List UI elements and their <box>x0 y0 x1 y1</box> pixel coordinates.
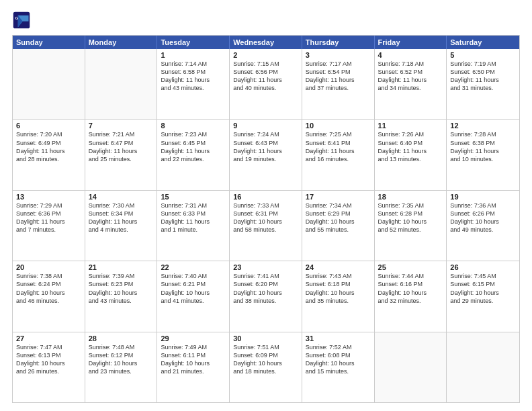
day-number: 9 <box>233 122 298 130</box>
calendar-cell: 14Sunrise: 7:30 AM Sunset: 6:34 PM Dayli… <box>85 191 158 261</box>
calendar-row-4: 27Sunrise: 7:47 AM Sunset: 6:13 PM Dayli… <box>13 332 519 402</box>
calendar-cell: 11Sunrise: 7:26 AM Sunset: 6:40 PM Dayli… <box>375 120 447 189</box>
day-info: Sunrise: 7:25 AM Sunset: 6:41 PM Dayligh… <box>306 130 371 163</box>
calendar-cell: 24Sunrise: 7:43 AM Sunset: 6:18 PM Dayli… <box>302 261 375 331</box>
calendar-cell: 21Sunrise: 7:39 AM Sunset: 6:23 PM Dayli… <box>85 261 158 331</box>
day-number: 13 <box>16 193 81 201</box>
day-number: 5 <box>450 51 516 59</box>
day-number: 2 <box>233 51 298 59</box>
day-number: 29 <box>161 334 226 342</box>
day-info: Sunrise: 7:40 AM Sunset: 6:21 PM Dayligh… <box>161 272 226 305</box>
day-info: Sunrise: 7:43 AM Sunset: 6:18 PM Dayligh… <box>306 272 371 305</box>
day-info: Sunrise: 7:49 AM Sunset: 6:11 PM Dayligh… <box>161 343 226 376</box>
calendar-cell: 25Sunrise: 7:44 AM Sunset: 6:16 PM Dayli… <box>375 261 447 331</box>
calendar-cell <box>447 332 519 402</box>
day-info: Sunrise: 7:14 AM Sunset: 6:58 PM Dayligh… <box>161 60 226 93</box>
calendar-cell: 2Sunrise: 7:15 AM Sunset: 6:56 PM Daylig… <box>230 49 302 119</box>
day-number: 22 <box>161 263 226 271</box>
calendar-body: 1Sunrise: 7:14 AM Sunset: 6:58 PM Daylig… <box>13 49 519 402</box>
calendar-cell: 1Sunrise: 7:14 AM Sunset: 6:58 PM Daylig… <box>157 49 230 119</box>
day-number: 10 <box>306 122 371 130</box>
day-number: 15 <box>161 193 226 201</box>
calendar-cell: 13Sunrise: 7:29 AM Sunset: 6:36 PM Dayli… <box>13 191 85 261</box>
header-day-friday: Friday <box>375 36 447 49</box>
day-info: Sunrise: 7:19 AM Sunset: 6:50 PM Dayligh… <box>450 60 516 93</box>
logo-icon: G <box>12 11 31 30</box>
day-number: 18 <box>378 193 443 201</box>
calendar-cell: 26Sunrise: 7:45 AM Sunset: 6:15 PM Dayli… <box>447 261 519 331</box>
calendar-cell: 17Sunrise: 7:34 AM Sunset: 6:29 PM Dayli… <box>302 191 375 261</box>
day-info: Sunrise: 7:44 AM Sunset: 6:16 PM Dayligh… <box>378 272 443 305</box>
day-number: 14 <box>89 193 154 201</box>
calendar-header: SundayMondayTuesdayWednesdayThursdayFrid… <box>13 36 519 49</box>
calendar-cell: 31Sunrise: 7:52 AM Sunset: 6:08 PM Dayli… <box>302 332 375 402</box>
day-info: Sunrise: 7:30 AM Sunset: 6:34 PM Dayligh… <box>89 201 154 234</box>
calendar-cell: 30Sunrise: 7:51 AM Sunset: 6:09 PM Dayli… <box>230 332 302 402</box>
day-info: Sunrise: 7:15 AM Sunset: 6:56 PM Dayligh… <box>233 60 298 93</box>
day-info: Sunrise: 7:41 AM Sunset: 6:20 PM Dayligh… <box>233 272 298 305</box>
day-info: Sunrise: 7:18 AM Sunset: 6:52 PM Dayligh… <box>378 60 443 93</box>
day-info: Sunrise: 7:17 AM Sunset: 6:54 PM Dayligh… <box>306 60 371 93</box>
day-number: 3 <box>306 51 371 59</box>
day-info: Sunrise: 7:52 AM Sunset: 6:08 PM Dayligh… <box>306 343 371 376</box>
calendar-cell: 22Sunrise: 7:40 AM Sunset: 6:21 PM Dayli… <box>157 261 230 331</box>
day-number: 1 <box>161 51 226 59</box>
day-number: 31 <box>306 334 371 342</box>
header-day-saturday: Saturday <box>447 36 519 49</box>
day-number: 23 <box>233 263 298 271</box>
day-number: 21 <box>89 263 154 271</box>
calendar-cell <box>85 49 158 119</box>
day-info: Sunrise: 7:35 AM Sunset: 6:28 PM Dayligh… <box>378 201 443 234</box>
day-info: Sunrise: 7:31 AM Sunset: 6:33 PM Dayligh… <box>161 201 226 234</box>
day-number: 30 <box>233 334 298 342</box>
day-info: Sunrise: 7:36 AM Sunset: 6:26 PM Dayligh… <box>450 201 516 234</box>
day-number: 6 <box>16 122 81 130</box>
calendar-row-1: 6Sunrise: 7:20 AM Sunset: 6:49 PM Daylig… <box>13 119 519 189</box>
page: G SundayMondayTuesdayWednesdayThursdayFr… <box>0 0 532 411</box>
day-number: 11 <box>378 122 443 130</box>
day-number: 17 <box>306 193 371 201</box>
calendar-cell: 5Sunrise: 7:19 AM Sunset: 6:50 PM Daylig… <box>447 49 519 119</box>
calendar-cell: 29Sunrise: 7:49 AM Sunset: 6:11 PM Dayli… <box>157 332 230 402</box>
calendar-cell: 6Sunrise: 7:20 AM Sunset: 6:49 PM Daylig… <box>13 120 85 189</box>
day-info: Sunrise: 7:28 AM Sunset: 6:38 PM Dayligh… <box>450 130 516 163</box>
calendar-row-3: 20Sunrise: 7:38 AM Sunset: 6:24 PM Dayli… <box>13 261 519 331</box>
day-info: Sunrise: 7:47 AM Sunset: 6:13 PM Dayligh… <box>16 343 81 376</box>
day-number: 12 <box>450 122 516 130</box>
day-info: Sunrise: 7:51 AM Sunset: 6:09 PM Dayligh… <box>233 343 298 376</box>
header-day-wednesday: Wednesday <box>230 36 302 49</box>
calendar-cell: 16Sunrise: 7:33 AM Sunset: 6:31 PM Dayli… <box>230 191 302 261</box>
day-number: 27 <box>16 334 81 342</box>
day-number: 8 <box>161 122 226 130</box>
day-number: 25 <box>378 263 443 271</box>
calendar-cell <box>375 332 447 402</box>
day-info: Sunrise: 7:21 AM Sunset: 6:47 PM Dayligh… <box>89 130 154 163</box>
svg-text:G: G <box>15 15 18 20</box>
day-info: Sunrise: 7:38 AM Sunset: 6:24 PM Dayligh… <box>16 272 81 305</box>
calendar-cell <box>13 49 85 119</box>
calendar-cell: 28Sunrise: 7:48 AM Sunset: 6:12 PM Dayli… <box>85 332 158 402</box>
day-number: 24 <box>306 263 371 271</box>
day-info: Sunrise: 7:24 AM Sunset: 6:43 PM Dayligh… <box>233 130 298 163</box>
calendar-cell: 20Sunrise: 7:38 AM Sunset: 6:24 PM Dayli… <box>13 261 85 331</box>
calendar-cell: 18Sunrise: 7:35 AM Sunset: 6:28 PM Dayli… <box>375 191 447 261</box>
day-number: 19 <box>450 193 516 201</box>
calendar: SundayMondayTuesdayWednesdayThursdayFrid… <box>12 35 520 403</box>
day-number: 28 <box>89 334 154 342</box>
header-day-thursday: Thursday <box>302 36 375 49</box>
day-info: Sunrise: 7:34 AM Sunset: 6:29 PM Dayligh… <box>306 201 371 234</box>
day-info: Sunrise: 7:29 AM Sunset: 6:36 PM Dayligh… <box>16 201 81 234</box>
logo: G <box>12 11 34 30</box>
day-info: Sunrise: 7:26 AM Sunset: 6:40 PM Dayligh… <box>378 130 443 163</box>
calendar-cell: 7Sunrise: 7:21 AM Sunset: 6:47 PM Daylig… <box>85 120 158 189</box>
day-info: Sunrise: 7:48 AM Sunset: 6:12 PM Dayligh… <box>89 343 154 376</box>
day-info: Sunrise: 7:45 AM Sunset: 6:15 PM Dayligh… <box>450 272 516 305</box>
calendar-cell: 9Sunrise: 7:24 AM Sunset: 6:43 PM Daylig… <box>230 120 302 189</box>
header-day-sunday: Sunday <box>13 36 85 49</box>
day-info: Sunrise: 7:23 AM Sunset: 6:45 PM Dayligh… <box>161 130 226 163</box>
day-info: Sunrise: 7:20 AM Sunset: 6:49 PM Dayligh… <box>16 130 81 163</box>
day-number: 26 <box>450 263 516 271</box>
calendar-cell: 4Sunrise: 7:18 AM Sunset: 6:52 PM Daylig… <box>375 49 447 119</box>
day-number: 16 <box>233 193 298 201</box>
calendar-cell: 3Sunrise: 7:17 AM Sunset: 6:54 PM Daylig… <box>302 49 375 119</box>
